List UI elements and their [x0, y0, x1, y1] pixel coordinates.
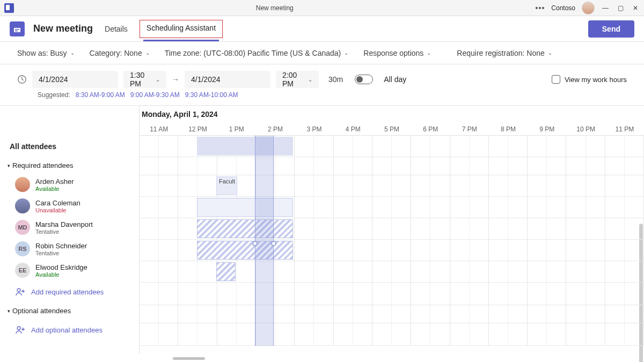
add-optional-attendees[interactable]: Add optional attendees [0, 319, 139, 341]
clock-icon [17, 75, 27, 84]
hour-label: 9 PM [528, 125, 566, 133]
grid-row[interactable] [140, 261, 644, 283]
tentative-block [197, 241, 293, 260]
grid-row[interactable] [140, 136, 644, 157]
response-options-dropdown[interactable]: Response options⌄ [363, 49, 431, 57]
attendee-name: Robin Schneider [35, 242, 87, 250]
options-bar: Show as: Busy⌄ Category: None⌄ Time zone… [0, 42, 644, 64]
attendee-row[interactable]: EEElwood EskridgeAvailable [0, 260, 139, 281]
hour-label: 8 PM [489, 125, 528, 133]
grid-row[interactable] [140, 305, 644, 323]
attendee-avatar [15, 198, 30, 213]
attendee-row[interactable]: Cara ColemanUnavailable [0, 195, 139, 217]
svg-rect-3 [15, 31, 18, 32]
arrow-right-icon: → [172, 75, 179, 84]
busy-outline-block [197, 198, 293, 217]
user-avatar[interactable] [582, 2, 595, 14]
caret-down-icon: ▾ [8, 308, 10, 314]
hour-label: 1 PM [217, 125, 256, 133]
attendee-status: Unavailable [35, 207, 80, 213]
hour-label: 11 PM [605, 125, 644, 133]
chevron-down-icon: ⌄ [308, 77, 312, 83]
grid-row[interactable] [140, 218, 644, 240]
svg-point-6 [17, 327, 20, 330]
attendee-name: Arden Asher [35, 178, 74, 186]
svg-rect-1 [14, 26, 20, 28]
hour-label: 6 PM [411, 125, 450, 133]
window-title: New meeting [14, 4, 536, 12]
suggested-label: Suggested: [38, 91, 70, 99]
tentative-block [197, 219, 293, 238]
attendee-name: Cara Coleman [35, 199, 80, 207]
grid-row[interactable] [140, 323, 644, 346]
more-icon[interactable]: ••• [536, 4, 545, 12]
grid-row[interactable] [140, 157, 644, 175]
selection-handle-left[interactable] [252, 241, 258, 246]
all-day-toggle[interactable] [355, 75, 373, 84]
duration-label: 30m [328, 75, 343, 84]
grid-date-label: Monday, April 1, 2024 [142, 110, 218, 119]
tab-scheduling-highlight: Scheduling Assistant [140, 20, 223, 38]
attendee-row[interactable]: RSRobin SchneiderTentative [0, 238, 139, 260]
time-selection[interactable] [255, 136, 274, 346]
hour-label: 7 PM [450, 125, 489, 133]
required-attendees-section[interactable]: ▾Required attendees [0, 157, 139, 174]
attendee-row[interactable]: MDMarsha DavenportTentative [0, 217, 139, 238]
hour-label: 12 PM [178, 125, 217, 133]
caret-down-icon: ▾ [8, 163, 10, 168]
attendee-row[interactable]: Arden AsherAvailable [0, 174, 139, 195]
page-title: New meeting [33, 23, 93, 34]
maximize-button[interactable]: ▢ [616, 4, 625, 12]
view-work-hours-checkbox[interactable] [552, 75, 560, 84]
availability-grid[interactable]: Monday, April 1, 2024 11 AM12 PM1 PM2 PM… [140, 106, 644, 354]
show-as-dropdown[interactable]: Show as: Busy⌄ [17, 49, 75, 57]
tab-details[interactable]: Details [101, 17, 131, 41]
end-time-input[interactable]: 2:00 PM⌄ [276, 71, 319, 88]
timezone-dropdown[interactable]: Time zone: (UTC-08:00) Pacific Time (US … [165, 49, 349, 57]
attendee-avatar [15, 177, 30, 192]
chevron-down-icon: ⌄ [156, 77, 160, 83]
add-required-attendees[interactable]: Add required attendees [0, 281, 139, 302]
suggested-slot-3[interactable]: 9:30 AM-10:00 AM [185, 91, 238, 99]
start-date-input[interactable] [32, 71, 118, 88]
event-block[interactable]: Facult [216, 176, 237, 195]
attendee-status: Tentative [35, 228, 93, 235]
tentative-block [216, 262, 236, 281]
close-button[interactable]: ✕ [631, 4, 640, 12]
end-date-input[interactable] [185, 71, 270, 88]
attendee-avatar: MD [15, 220, 30, 235]
grid-row[interactable] [140, 240, 644, 261]
org-label: Contoso [551, 4, 575, 12]
grid-row[interactable] [140, 197, 644, 218]
category-dropdown[interactable]: Category: None⌄ [90, 49, 150, 57]
suggested-row: Suggested: 8:30 AM-9:00 AM 9:00 AM-9:30 … [0, 88, 644, 105]
hour-label: 10 PM [566, 125, 605, 133]
grid-row[interactable]: Facult [140, 175, 644, 197]
chevron-down-icon: ⌄ [548, 50, 552, 56]
svg-point-5 [17, 289, 20, 292]
attendee-name: Elwood Eskridge [35, 263, 87, 271]
teams-logo-icon [4, 3, 14, 13]
grid-body[interactable]: Facult [140, 136, 644, 346]
chevron-down-icon: ⌄ [427, 50, 431, 56]
grid-row[interactable] [140, 283, 644, 305]
start-time-input[interactable]: 1:30 PM⌄ [123, 71, 166, 88]
suggested-slot-1[interactable]: 8:30 AM-9:00 AM [76, 91, 125, 99]
busy-block [197, 137, 293, 156]
send-button[interactable]: Send [588, 20, 634, 38]
attendee-avatar: EE [15, 263, 30, 278]
grid-header: Monday, April 1, 2024 11 AM12 PM1 PM2 PM… [140, 106, 644, 136]
tab-scheduling-assistant[interactable]: Scheduling Assistant [143, 16, 219, 41]
time-row: 1:30 PM⌄ → 2:00 PM⌄ 30m All day View my … [0, 64, 644, 88]
svg-rect-2 [15, 29, 19, 30]
hour-label: 11 AM [140, 125, 178, 133]
registration-dropdown[interactable]: Require registration: None⌄ [457, 49, 552, 57]
all-attendees-header: All attendees [0, 136, 139, 157]
hour-label: 4 PM [334, 125, 372, 133]
people-add-icon [15, 286, 26, 297]
minimize-button[interactable]: — [601, 4, 610, 12]
attendee-status: Tentative [35, 250, 87, 256]
optional-attendees-section[interactable]: ▾Optional attendees [0, 302, 139, 319]
horizontal-scrollbar[interactable] [173, 357, 205, 360]
suggested-slot-2[interactable]: 9:00 AM-9:30 AM [130, 91, 180, 99]
